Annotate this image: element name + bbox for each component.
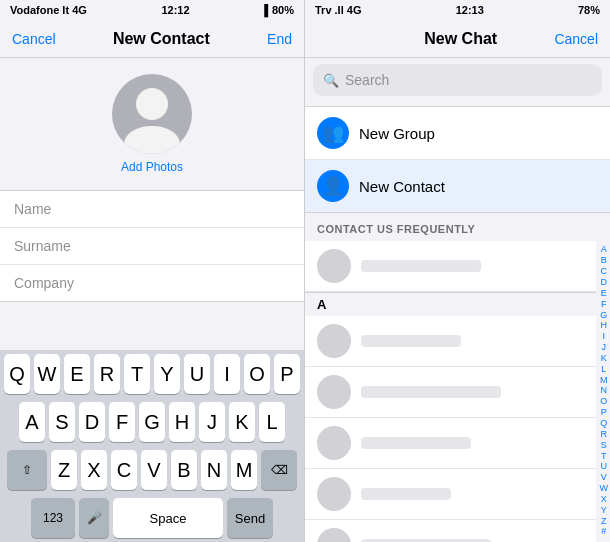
nav-bar-left: Cancel New Contact End	[0, 20, 304, 58]
key-p[interactable]: P	[274, 354, 300, 394]
space-key[interactable]: Space	[113, 498, 223, 538]
alpha-z[interactable]: Z	[600, 517, 609, 527]
numbers-key[interactable]: 123	[31, 498, 75, 538]
alpha-j[interactable]: J	[600, 343, 609, 353]
key-u[interactable]: U	[184, 354, 210, 394]
surname-field[interactable]: Surname	[0, 228, 304, 265]
carrier-left: Vodafone It 4G	[10, 4, 87, 16]
alpha-d[interactable]: D	[600, 278, 609, 288]
key-f[interactable]: F	[109, 402, 135, 442]
key-e[interactable]: E	[64, 354, 90, 394]
section-letter-a: A	[305, 292, 596, 316]
alpha-i[interactable]: I	[600, 332, 609, 342]
contact-avatar-2	[317, 375, 351, 409]
alpha-index: A B C D E F G H I J K L M N O P Q R S T …	[600, 241, 609, 542]
key-d[interactable]: D	[79, 402, 105, 442]
end-button[interactable]: End	[267, 31, 292, 47]
carrier-right: Trv .Il 4G	[315, 4, 361, 16]
nav-bar-right: New Chat Cancel	[305, 20, 610, 58]
key-m[interactable]: M	[231, 450, 257, 490]
contact-row-2[interactable]	[305, 367, 596, 418]
key-s[interactable]: S	[49, 402, 75, 442]
contact-rows: A	[305, 241, 610, 542]
alpha-u[interactable]: U	[600, 462, 609, 472]
new-contact-title: New Contact	[113, 30, 210, 48]
key-c[interactable]: C	[111, 450, 137, 490]
key-r[interactable]: R	[94, 354, 120, 394]
alpha-q[interactable]: Q	[600, 419, 609, 429]
key-z[interactable]: Z	[51, 450, 77, 490]
key-t[interactable]: T	[124, 354, 150, 394]
left-panel: Vodafone It 4G 12:12 ▌80% Cancel New Con…	[0, 0, 305, 542]
alpha-a[interactable]: A	[600, 245, 609, 255]
alpha-c[interactable]: C	[600, 267, 609, 277]
key-j[interactable]: J	[199, 402, 225, 442]
contact-avatar-5	[317, 528, 351, 542]
frequent-avatar-1	[317, 249, 351, 283]
delete-key[interactable]: ⌫	[261, 450, 297, 490]
new-contact-item[interactable]: 👤 New Contact	[305, 160, 610, 212]
name-field[interactable]: Name	[0, 191, 304, 228]
cancel-right-button[interactable]: Cancel	[554, 31, 598, 47]
right-panel: Trv .Il 4G 12:13 78% New Chat Cancel 🔍 S…	[305, 0, 610, 542]
alpha-t[interactable]: T	[600, 452, 609, 462]
alpha-b[interactable]: B	[600, 256, 609, 266]
key-g[interactable]: G	[139, 402, 165, 442]
mic-key[interactable]: 🎤	[79, 498, 109, 538]
key-y[interactable]: Y	[154, 354, 180, 394]
alpha-k[interactable]: K	[600, 354, 609, 364]
key-k[interactable]: K	[229, 402, 255, 442]
key-n[interactable]: N	[201, 450, 227, 490]
alpha-o[interactable]: O	[600, 397, 609, 407]
alpha-hash[interactable]: #	[600, 527, 609, 537]
alpha-s[interactable]: S	[600, 441, 609, 451]
contact-list-area: A A B	[305, 241, 610, 542]
key-q[interactable]: Q	[4, 354, 30, 394]
key-v[interactable]: V	[141, 450, 167, 490]
key-o[interactable]: O	[244, 354, 270, 394]
alpha-e[interactable]: E	[600, 289, 609, 299]
contact-row-3[interactable]	[305, 418, 596, 469]
key-b[interactable]: B	[171, 450, 197, 490]
avatar[interactable]	[112, 74, 192, 154]
contact-row-5[interactable]	[305, 520, 596, 542]
alpha-y[interactable]: Y	[600, 506, 609, 516]
frequent-contact-row-1[interactable]	[305, 241, 596, 292]
alpha-h[interactable]: H	[600, 321, 609, 331]
new-chat-title: New Chat	[424, 30, 497, 48]
alpha-v[interactable]: V	[600, 473, 609, 483]
contact-name-4	[361, 488, 451, 500]
alpha-r[interactable]: R	[600, 430, 609, 440]
send-key[interactable]: Send	[227, 498, 273, 538]
search-bar[interactable]: 🔍 Search	[313, 64, 602, 96]
keyboard-row-3: ⇧ Z X C V B N M ⌫	[0, 446, 304, 494]
cancel-button[interactable]: Cancel	[12, 31, 56, 47]
contact-row-4[interactable]	[305, 469, 596, 520]
new-group-item[interactable]: 👥 New Group	[305, 107, 610, 160]
alpha-p[interactable]: P	[600, 408, 609, 418]
new-group-icon: 👥	[317, 117, 349, 149]
alpha-f[interactable]: F	[600, 300, 609, 310]
keyboard-row-2: A S D F G H J K L	[0, 398, 304, 446]
alpha-x[interactable]: X	[600, 495, 609, 505]
key-a[interactable]: A	[19, 402, 45, 442]
shift-key[interactable]: ⇧	[7, 450, 47, 490]
status-bar-left: Vodafone It 4G 12:12 ▌80%	[0, 0, 304, 20]
key-x[interactable]: X	[81, 450, 107, 490]
key-l[interactable]: L	[259, 402, 285, 442]
key-h[interactable]: H	[169, 402, 195, 442]
keyboard: Q W E R T Y U I O P A S D F G H J K L ⇧ …	[0, 350, 304, 542]
quick-actions-list: 👥 New Group 👤 New Contact	[305, 106, 610, 213]
contact-row-1[interactable]	[305, 316, 596, 367]
company-field[interactable]: Company	[0, 265, 304, 301]
key-w[interactable]: W	[34, 354, 60, 394]
key-i[interactable]: I	[214, 354, 240, 394]
alpha-m[interactable]: M	[600, 376, 609, 386]
alpha-n[interactable]: N	[600, 386, 609, 396]
alpha-w[interactable]: W	[600, 484, 609, 494]
status-bar-right: Trv .Il 4G 12:13 78%	[305, 0, 610, 20]
alpha-l[interactable]: L	[600, 365, 609, 375]
search-placeholder: Search	[345, 72, 389, 88]
add-photos-label[interactable]: Add Photos	[121, 160, 183, 174]
alpha-g[interactable]: G	[600, 311, 609, 321]
